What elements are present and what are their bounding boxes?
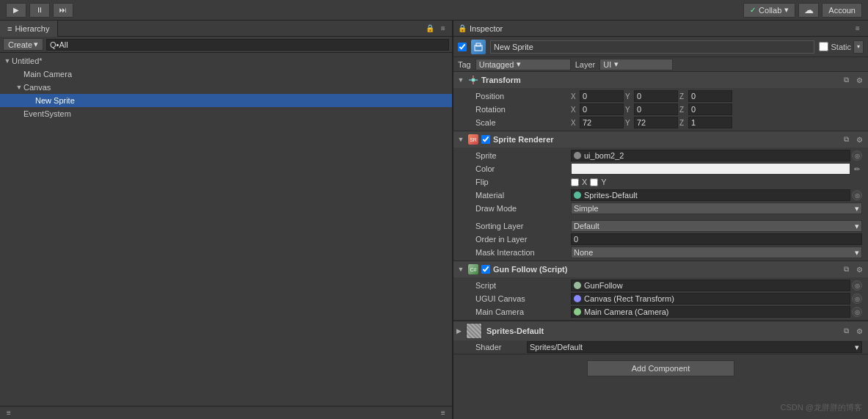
pause-button[interactable]: ⏸ xyxy=(29,3,50,18)
position-y-input[interactable] xyxy=(634,90,678,102)
mask-interaction-dropdown[interactable]: None ▾ xyxy=(571,247,862,258)
sprite-renderer-copy-icon[interactable]: ⧉ xyxy=(840,134,852,145)
object-name-input[interactable] xyxy=(490,40,814,54)
material-field[interactable]: Sprites-Default xyxy=(571,189,850,201)
cloud-icon: ☁ xyxy=(804,4,814,15)
main-camera-field[interactable]: Main Camera (Camera) xyxy=(571,306,850,318)
scale-row: Scale X Y Z xyxy=(453,116,868,129)
tree-item-canvas[interactable]: ▼ Canvas xyxy=(0,81,452,94)
bottom-right-icon[interactable]: ≡ xyxy=(437,407,449,419)
gun-follow-checkbox[interactable] xyxy=(481,265,490,274)
sprite-renderer-checkbox[interactable] xyxy=(481,135,490,144)
tree-item-event-system[interactable]: EventSystem xyxy=(0,107,452,120)
shader-dropdown[interactable]: Sprites/Default ▾ xyxy=(527,341,862,353)
flip-x-checkbox[interactable] xyxy=(571,178,579,186)
rotation-xyz: X Y Z xyxy=(571,103,862,115)
lock-icon[interactable]: 🔒 xyxy=(424,23,436,34)
sprite-field[interactable]: ui_bom2_2 xyxy=(571,150,850,161)
sprite-renderer-settings-icon[interactable]: ⚙ xyxy=(853,134,865,145)
sprite-renderer-body: Sprite ui_bom2_2 ◎ Color xyxy=(453,147,868,260)
transform-header[interactable]: ▼ Transform ⧉ ⚙ xyxy=(453,72,868,88)
rotation-row: Rotation X Y Z xyxy=(453,103,868,116)
order-in-layer-input[interactable] xyxy=(571,233,862,245)
gun-follow-arrow-icon: ▼ xyxy=(456,265,465,274)
add-component-area: Add Component xyxy=(453,354,868,382)
scale-x-input[interactable] xyxy=(580,117,624,128)
flip-y-checkbox[interactable] xyxy=(590,178,598,186)
cloud-button[interactable]: ☁ xyxy=(798,3,819,18)
tree-item-new-sprite[interactable]: New Sprite xyxy=(0,94,452,107)
script-row: Script GunFollow ◎ xyxy=(453,279,868,292)
mask-interaction-dropdown-icon: ▾ xyxy=(855,248,859,258)
position-x-input[interactable] xyxy=(580,90,624,102)
tree-item-main-camera[interactable]: Main Camera xyxy=(0,68,452,81)
sprite-renderer-section: ▼ SR Sprite Renderer ⧉ ⚙ Sprite xyxy=(453,131,868,261)
inspector-menu-icon[interactable]: ≡ xyxy=(852,23,864,34)
script-field[interactable]: GunFollow xyxy=(571,280,850,291)
rotation-y-input[interactable] xyxy=(634,103,678,115)
sprites-default-header[interactable]: ▶ Sprites-Default ⧉ ⚙ xyxy=(453,321,868,340)
scale-z-label: Z xyxy=(679,119,687,127)
gun-follow-header[interactable]: ▼ C# Gun Follow (Script) ⧉ ⚙ xyxy=(453,261,868,277)
scale-z-input[interactable] xyxy=(688,117,732,128)
transform-copy-icon[interactable]: ⧉ xyxy=(840,74,852,86)
toolbar: ▶ ⏸ ⏭ ✓ Collab ▾ ☁ Accoun xyxy=(0,0,868,21)
tree-label-new-sprite: New Sprite xyxy=(35,96,75,105)
play-button[interactable]: ▶ xyxy=(6,3,26,18)
color-field[interactable] xyxy=(571,163,850,175)
rotation-z-field: Z xyxy=(679,103,732,115)
main-camera-circle-button[interactable]: ◎ xyxy=(852,307,862,317)
scale-y-input[interactable] xyxy=(634,117,678,128)
sprites-default-thumbnail xyxy=(466,323,482,339)
tag-dropdown[interactable]: Untagged ▾ xyxy=(475,59,571,70)
static-checkbox[interactable] xyxy=(819,42,828,51)
object-active-checkbox[interactable] xyxy=(458,43,467,51)
position-z-field: Z xyxy=(679,90,732,102)
tree-label-event-system: EventSystem xyxy=(23,109,71,118)
script-circle-button[interactable]: ◎ xyxy=(852,280,862,291)
menu-icon[interactable]: ≡ xyxy=(437,23,449,34)
transform-settings-icon[interactable]: ⚙ xyxy=(853,74,865,86)
hierarchy-search-input[interactable] xyxy=(46,39,449,51)
draw-mode-dropdown[interactable]: Simple ▾ xyxy=(571,203,862,214)
scale-x-field: X xyxy=(571,117,624,128)
add-component-button[interactable]: Add Component xyxy=(587,360,735,376)
create-button[interactable]: Create ▾ xyxy=(3,38,43,51)
sprite-renderer-header[interactable]: ▼ SR Sprite Renderer ⧉ ⚙ xyxy=(453,131,868,147)
ugui-canvas-value: Canvas (Rect Transform) xyxy=(584,294,674,303)
material-value-group: Sprites-Default ◎ xyxy=(571,189,862,201)
collab-button[interactable]: ✓ Collab ▾ xyxy=(743,3,795,18)
layer-dropdown[interactable]: UI ▾ xyxy=(599,59,673,70)
inspector-lock-icon[interactable]: 🔒 xyxy=(458,24,467,32)
tree-item-untitled[interactable]: ▼ Untitled* xyxy=(0,54,452,68)
material-circle-button[interactable]: ◎ xyxy=(852,190,862,200)
position-z-input[interactable] xyxy=(688,90,732,102)
object-header: Static ▾ xyxy=(453,37,868,57)
tree-label-canvas: Canvas xyxy=(23,83,51,92)
color-pencil-icon[interactable]: ✏ xyxy=(852,164,862,174)
rotation-z-input[interactable] xyxy=(688,103,732,115)
ugui-canvas-circle-button[interactable]: ◎ xyxy=(852,294,862,304)
sprites-default-settings-icon[interactable]: ⚙ xyxy=(853,325,865,337)
static-dropdown[interactable]: ▾ xyxy=(853,40,864,54)
step-button[interactable]: ⏭ xyxy=(53,3,73,18)
flip-row: Flip X Y xyxy=(453,175,868,189)
rotation-x-input[interactable] xyxy=(580,103,624,115)
sprite-circle-button[interactable]: ◎ xyxy=(852,150,862,161)
sprite-renderer-title: Sprite Renderer xyxy=(493,135,837,144)
hierarchy-panel: ≡ Hierarchy 🔒 ≡ Create ▾ ▼ Untitled* xyxy=(0,21,453,419)
gun-follow-copy-icon[interactable]: ⧉ xyxy=(840,263,852,275)
sorting-layer-row: Sorting Layer Default ▾ xyxy=(453,219,868,233)
gun-follow-title: Gun Follow (Script) xyxy=(493,265,837,274)
sprite-value: ui_bom2_2 xyxy=(584,151,624,160)
sprites-default-copy-icon[interactable]: ⧉ xyxy=(840,325,852,337)
hierarchy-tab[interactable]: ≡ Hierarchy xyxy=(0,21,58,37)
account-button[interactable]: Accoun xyxy=(822,3,862,18)
shader-value: Sprites/Default xyxy=(530,343,583,351)
bottom-left-icon[interactable]: ≡ xyxy=(3,407,15,419)
watermark-text: CSDN @龙胖胖的博客 xyxy=(781,403,862,412)
sorting-layer-dropdown[interactable]: Default ▾ xyxy=(571,220,862,232)
gun-follow-settings-icon[interactable]: ⚙ xyxy=(853,263,865,275)
mask-interaction-row: Mask Interaction None ▾ xyxy=(453,246,868,259)
ugui-canvas-field[interactable]: Canvas (Rect Transform) xyxy=(571,293,850,305)
